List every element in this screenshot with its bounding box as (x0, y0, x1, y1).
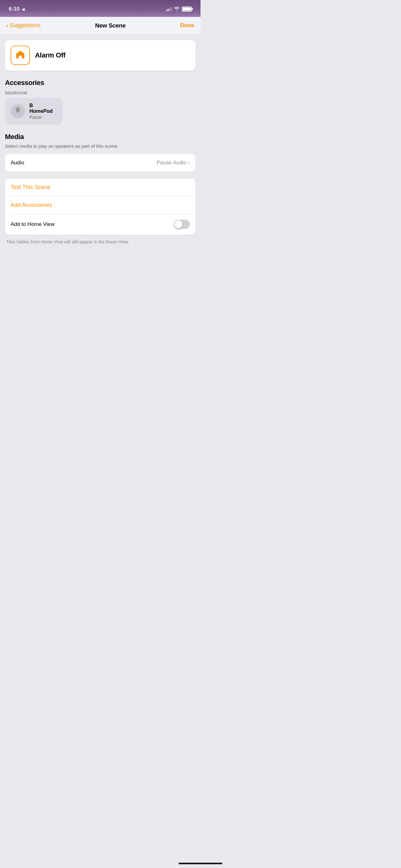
media-header: Media (5, 133, 196, 141)
add-to-home-view-toggle[interactable] (174, 220, 190, 229)
audio-label: Audio (11, 160, 24, 166)
accessory-name: B HomePod (29, 103, 57, 114)
chevron-left-icon: ‹ (6, 22, 8, 29)
back-button[interactable]: ‹ Suggestions (6, 22, 41, 29)
room-label: BEDROOM (5, 91, 196, 95)
add-to-home-view-label: Add to Home View (11, 221, 54, 227)
signal-bar-1 (166, 10, 167, 11)
accessory-info: B HomePod Pause (29, 103, 57, 120)
signal-bar-3 (169, 8, 170, 11)
accessory-status: Pause (29, 115, 57, 120)
add-accessories-item[interactable]: Add Accessories (5, 196, 196, 214)
media-section: Media Select media to play on speakers a… (5, 133, 196, 172)
scene-icon-wrapper (11, 45, 30, 65)
accessories-section: Accessories BEDROOM B HomePod Pause (5, 79, 196, 125)
scene-card[interactable]: Alarm Off (5, 40, 196, 71)
done-button[interactable]: Done (180, 22, 194, 29)
page-title: New Scene (95, 22, 126, 29)
status-icons: 100 (166, 6, 192, 12)
svg-point-0 (15, 107, 20, 112)
signal-bars (166, 7, 172, 11)
audio-value: Pause Audio › (157, 159, 190, 166)
location-icon: ◀ (22, 7, 25, 11)
navigation-bar: ‹ Suggestions New Scene Done (0, 17, 201, 34)
status-time: 6:10 (9, 6, 20, 12)
test-scene-item[interactable]: Test This Scene (5, 178, 196, 196)
test-scene-label: Test This Scene (11, 184, 51, 191)
accessories-header: Accessories (5, 79, 196, 87)
accessory-card[interactable]: B HomePod Pause (5, 98, 63, 125)
signal-bar-4 (171, 7, 172, 11)
svg-point-1 (16, 113, 20, 114)
main-content: Alarm Off Accessories BEDROOM B HomePod … (0, 34, 201, 245)
add-to-home-view-item[interactable]: Add to Home View (5, 214, 196, 235)
add-accessories-label: Add Accessories (11, 202, 52, 208)
status-bar: 6:10 ◀ 100 (0, 0, 201, 17)
toggle-thumb (174, 220, 182, 228)
scene-name: Alarm Off (35, 51, 66, 59)
action-list: Test This Scene Add Accessories Add to H… (5, 178, 196, 235)
media-audio-row[interactable]: Audio Pause Audio › (5, 154, 196, 172)
battery-indicator: 100 (182, 6, 192, 11)
signal-bar-2 (168, 9, 169, 11)
back-label: Suggestions (10, 22, 41, 29)
home-icon (15, 49, 26, 62)
wifi-icon (174, 6, 179, 12)
chevron-right-icon: › (188, 159, 190, 166)
accessory-icon-wrapper (11, 104, 25, 118)
media-description: Select media to play on speakers as part… (5, 143, 196, 149)
footer-note: Tiles hidden from Home View will still a… (5, 239, 196, 245)
homepod-icon (14, 106, 22, 116)
